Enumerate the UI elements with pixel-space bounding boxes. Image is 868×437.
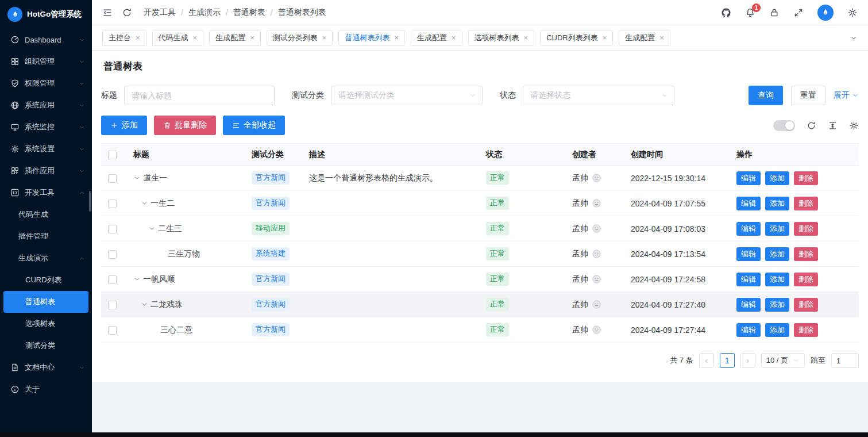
status-filter-select[interactable]: 请选择状态 bbox=[523, 86, 674, 105]
breadcrumb-item[interactable]: 普通树表 bbox=[233, 7, 265, 18]
tab-close-icon[interactable]: × bbox=[322, 34, 327, 41]
row-add-button[interactable]: 添加 bbox=[765, 247, 789, 261]
user-avatar[interactable] bbox=[817, 5, 834, 21]
tab-item[interactable]: 测试分类列表× bbox=[267, 30, 333, 46]
sidebar-item-generate-demo[interactable]: 生成演示 bbox=[0, 247, 92, 269]
row-add-button[interactable]: 添加 bbox=[765, 171, 789, 185]
sidebar-item-about[interactable]: 关于 bbox=[0, 378, 92, 400]
sidebar-item-dev-tools[interactable]: 开发工具 bbox=[0, 182, 92, 204]
breadcrumb-item[interactable]: 生成演示 bbox=[188, 7, 221, 18]
breadcrumb-item[interactable]: 普通树表列表 bbox=[278, 7, 326, 18]
github-icon[interactable] bbox=[721, 7, 731, 18]
sidebar-item-plugin-apps[interactable]: 插件应用 bbox=[0, 160, 92, 182]
row-checkbox[interactable] bbox=[108, 200, 117, 208]
row-delete-button[interactable]: 删除 bbox=[794, 323, 818, 337]
row-checkbox[interactable] bbox=[108, 225, 117, 233]
sidebar-item-normal-tree-table[interactable]: 普通树表 bbox=[3, 291, 88, 313]
tab-item[interactable]: CUDR列表列表× bbox=[540, 30, 613, 46]
row-delete-button[interactable]: 删除 bbox=[794, 247, 818, 261]
row-edit-button[interactable]: 编辑 bbox=[736, 298, 761, 312]
select-all-checkbox[interactable] bbox=[108, 151, 117, 159]
tab-close-icon[interactable]: × bbox=[394, 34, 399, 41]
current-page-button[interactable]: 1 bbox=[720, 353, 735, 368]
tab-item[interactable]: 代码生成× bbox=[152, 30, 204, 46]
tab-item[interactable]: 生成配置× bbox=[209, 30, 261, 46]
row-delete-button[interactable]: 删除 bbox=[794, 298, 818, 312]
tab-item[interactable]: 选项树表列表× bbox=[468, 30, 535, 46]
category-filter-select[interactable]: 请选择测试分类 bbox=[331, 86, 483, 105]
sidebar-collapse-icon[interactable] bbox=[102, 7, 113, 18]
row-delete-button[interactable]: 删除 bbox=[794, 197, 818, 210]
sidebar-item-plugin-management[interactable]: 插件管理 bbox=[0, 225, 92, 247]
fullscreen-icon[interactable] bbox=[793, 7, 804, 18]
row-checkbox[interactable] bbox=[108, 326, 117, 335]
tab-close-icon[interactable]: × bbox=[136, 34, 140, 41]
row-add-button[interactable]: 添加 bbox=[765, 273, 789, 286]
sidebar-item-code-generation[interactable]: 代码生成 bbox=[0, 204, 92, 225]
column-height-icon[interactable] bbox=[828, 121, 838, 131]
expand-filters-link[interactable]: 展开 bbox=[834, 90, 859, 101]
sidebar-item-permission-management[interactable]: 权限管理 bbox=[0, 72, 92, 94]
row-edit-button[interactable]: 编辑 bbox=[736, 247, 761, 261]
row-checkbox[interactable] bbox=[108, 275, 117, 284]
tab-item[interactable]: 生成配置× bbox=[619, 30, 670, 46]
prev-page-button[interactable]: ‹ bbox=[699, 353, 714, 368]
sidebar-item-dashboard[interactable]: Dashboard bbox=[0, 29, 92, 51]
tree-expand-icon[interactable] bbox=[148, 225, 156, 232]
row-edit-button[interactable]: 编辑 bbox=[736, 171, 761, 185]
tab-close-icon[interactable]: × bbox=[452, 34, 456, 41]
row-delete-button[interactable]: 删除 bbox=[794, 273, 818, 286]
sidebar-item-system-settings[interactable]: 系统设置 bbox=[0, 138, 92, 160]
tab-close-icon[interactable]: × bbox=[193, 34, 198, 41]
sidebar-item-system-monitor[interactable]: 系统监控 bbox=[0, 116, 92, 138]
breadcrumb-item[interactable]: 开发工具 bbox=[144, 7, 176, 18]
next-page-button[interactable]: › bbox=[740, 353, 755, 368]
row-add-button[interactable]: 添加 bbox=[765, 323, 789, 337]
row-delete-button[interactable]: 删除 bbox=[794, 222, 818, 236]
row-delete-button[interactable]: 删除 bbox=[794, 171, 818, 185]
app-logo[interactable]: HotGo管理系统 bbox=[0, 0, 92, 29]
tree-expand-icon[interactable] bbox=[133, 275, 141, 283]
tree-expand-icon[interactable] bbox=[141, 301, 148, 308]
collapse-all-button[interactable]: 全部收起 bbox=[223, 116, 285, 135]
table-reload-icon[interactable] bbox=[807, 121, 816, 131]
tab-close-icon[interactable]: × bbox=[524, 34, 528, 41]
row-add-button[interactable]: 添加 bbox=[765, 298, 789, 312]
tab-close-icon[interactable]: × bbox=[250, 34, 254, 41]
tree-expand-icon[interactable] bbox=[141, 200, 148, 207]
tab-item[interactable]: 普通树表列表× bbox=[338, 30, 405, 46]
title-filter-input[interactable] bbox=[124, 86, 275, 105]
row-checkbox[interactable] bbox=[108, 301, 117, 309]
sidebar-item-curd-list[interactable]: CURD列表 bbox=[0, 269, 92, 291]
notifications-bell-icon[interactable]: 1 bbox=[745, 7, 755, 18]
tree-expand-icon[interactable] bbox=[133, 174, 141, 182]
row-checkbox[interactable] bbox=[108, 174, 117, 183]
row-edit-button[interactable]: 编辑 bbox=[736, 197, 761, 210]
sidebar-item-test-category[interactable]: 测试分类 bbox=[0, 335, 92, 356]
jump-page-input[interactable] bbox=[831, 353, 859, 368]
sidebar-item-doc-center[interactable]: 文档中心 bbox=[0, 356, 92, 378]
search-button[interactable]: 查询 bbox=[749, 86, 783, 105]
page-size-select[interactable]: 10 / 页 bbox=[761, 353, 805, 368]
sidebar-scrollbar[interactable] bbox=[89, 191, 91, 212]
add-button[interactable]: 添加 bbox=[101, 116, 147, 135]
sidebar-item-system-apps[interactable]: 系统应用 bbox=[0, 94, 92, 116]
lock-screen-icon[interactable] bbox=[769, 7, 780, 18]
tab-item[interactable]: 主控台× bbox=[102, 30, 146, 46]
tab-close-icon[interactable]: × bbox=[659, 34, 664, 41]
reload-page-icon[interactable] bbox=[122, 7, 132, 18]
tab-close-icon[interactable]: × bbox=[603, 34, 607, 41]
settings-gear-icon[interactable] bbox=[847, 7, 858, 18]
row-edit-button[interactable]: 编辑 bbox=[736, 273, 761, 286]
reset-button[interactable]: 重置 bbox=[791, 86, 825, 105]
row-add-button[interactable]: 添加 bbox=[765, 197, 789, 210]
row-add-button[interactable]: 添加 bbox=[765, 222, 789, 236]
row-checkbox[interactable] bbox=[108, 250, 117, 259]
table-striped-toggle[interactable] bbox=[773, 120, 795, 131]
tab-item[interactable]: 生成配置× bbox=[411, 30, 462, 46]
tabs-menu-chevron-icon[interactable] bbox=[850, 34, 858, 42]
batch-delete-button[interactable]: 批量删除 bbox=[154, 116, 216, 135]
table-settings-gear-icon[interactable] bbox=[849, 121, 859, 131]
sidebar-item-option-tree-table[interactable]: 选项树表 bbox=[0, 313, 92, 335]
sidebar-item-org-management[interactable]: 组织管理 bbox=[0, 51, 92, 72]
